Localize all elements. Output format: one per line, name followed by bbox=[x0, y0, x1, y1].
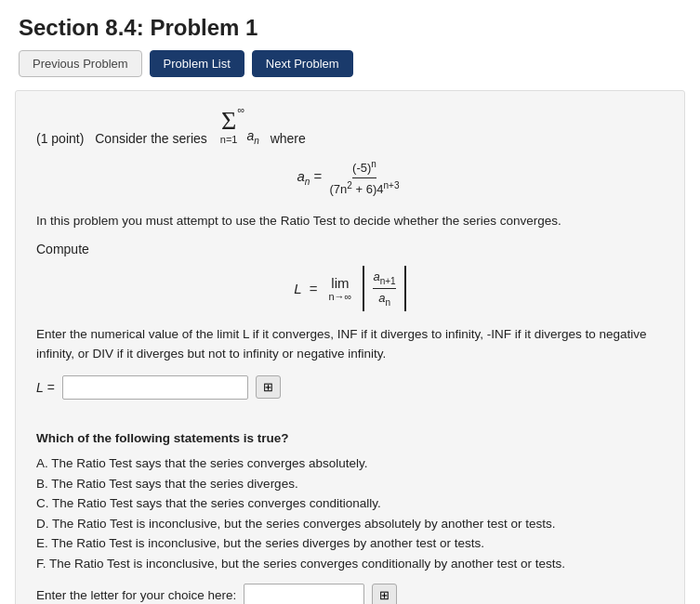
lim-symbol: lim n→∞ bbox=[328, 275, 351, 302]
choice-d: D. The Ratio Test is inconclusive, but t… bbox=[36, 514, 664, 534]
series-term: an bbox=[246, 128, 258, 146]
l-input-row: L = ⊞ bbox=[36, 375, 664, 400]
prev-problem-button[interactable]: Previous Problem bbox=[19, 50, 142, 77]
series-intro: (1 point) Consider the series ∞ Σ n=1 an… bbox=[36, 108, 664, 146]
enter-instruction: Enter the numerical value of the limit L… bbox=[36, 324, 664, 364]
abs-fraction: an+1 an bbox=[363, 266, 405, 310]
l-label: L = bbox=[36, 380, 55, 395]
enter-choice-row: Enter the letter for your choice here: ⊞ bbox=[36, 584, 664, 604]
formula-block: an = (-5)n (7n2 + 6)4n+3 bbox=[36, 159, 664, 196]
l-input[interactable] bbox=[62, 375, 248, 400]
problem-list-button[interactable]: Problem List bbox=[150, 50, 244, 77]
choice-e: E. The Ratio Test is inconclusive, but t… bbox=[36, 533, 664, 554]
page-title: Section 8.4: Problem 1 bbox=[0, 0, 700, 50]
choice-a: A. The Ratio Test says that the series c… bbox=[36, 453, 664, 474]
enter-choice-label: Enter the letter for your choice here: bbox=[36, 588, 236, 602]
l-grid-button[interactable]: ⊞ bbox=[256, 375, 281, 399]
next-problem-button[interactable]: Next Problem bbox=[252, 50, 353, 77]
where-label: where bbox=[271, 131, 306, 146]
ratio-test-instruction: In this problem you must attempt to use … bbox=[36, 211, 664, 231]
nav-bar: Previous Problem Problem List Next Probl… bbox=[0, 50, 700, 90]
choice-f: F. The Ratio Test is inconclusive, but t… bbox=[36, 554, 664, 574]
sigma-index: n=1 bbox=[220, 134, 238, 146]
choices-section: Which of the following statements is tru… bbox=[36, 427, 664, 574]
compute-label: Compute bbox=[36, 242, 664, 256]
choice-grid-button[interactable]: ⊞ bbox=[372, 584, 397, 604]
formula-fraction: (-5)n (7n2 + 6)4n+3 bbox=[330, 159, 400, 196]
choice-c: C. The Ratio Test says that the series c… bbox=[36, 493, 664, 514]
choice-b: B. The Ratio Test says that the series d… bbox=[36, 474, 664, 494]
points-label: (1 point) bbox=[36, 131, 84, 146]
limit-formula: L = lim n→∞ an+1 an bbox=[36, 266, 664, 310]
choice-input[interactable] bbox=[244, 584, 364, 604]
sigma-symbol: ∞ Σ n=1 bbox=[220, 108, 238, 146]
consider-label: Consider the series bbox=[95, 131, 207, 146]
problem-content: (1 point) Consider the series ∞ Σ n=1 an… bbox=[15, 90, 685, 604]
choices-question: Which of the following statements is tru… bbox=[36, 427, 664, 450]
